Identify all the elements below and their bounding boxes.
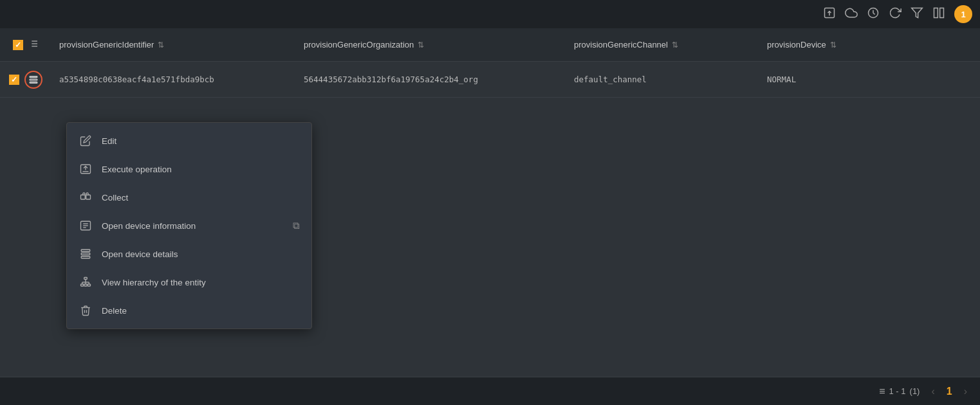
- menu-label-device-info: Open device information: [102, 221, 284, 231]
- svg-rect-13: [30, 79, 37, 80]
- pagination-range: 1 - 1: [889, 386, 906, 396]
- svg-rect-25: [84, 278, 88, 280]
- context-menu: Edit Execute operation Collect Open devi…: [66, 122, 312, 329]
- svg-rect-26: [81, 284, 84, 286]
- columns-icon[interactable]: [932, 6, 945, 22]
- sort-icon-organization: ⇅: [418, 40, 424, 50]
- prev-page-button[interactable]: ‹: [929, 383, 937, 400]
- menu-item-open-device-details[interactable]: Open device details: [67, 240, 311, 268]
- pagination-total: (1): [910, 386, 920, 396]
- device-details-icon: [79, 247, 93, 261]
- context-menu-trigger[interactable]: [24, 71, 42, 89]
- svg-marker-3: [912, 8, 923, 17]
- column-header-organization[interactable]: provisionGenericOrganization ⇅: [296, 40, 566, 50]
- column-header-identifier[interactable]: provisionGenericIdentifier ⇅: [51, 40, 296, 50]
- edit-icon: [79, 134, 93, 148]
- header-checkbox-area: ✓: [0, 39, 51, 51]
- external-link-icon: ⧉: [293, 220, 300, 231]
- notification-button[interactable]: 1: [954, 5, 972, 23]
- menu-item-collect[interactable]: Collect: [67, 183, 311, 212]
- export-icon[interactable]: [823, 6, 836, 22]
- svg-rect-12: [30, 76, 37, 77]
- sort-icon-identifier: ⇅: [158, 40, 164, 50]
- cell-identifier: a5354898c0638eacf4a1e571fbda9bcb: [51, 75, 296, 84]
- svg-rect-28: [88, 284, 91, 286]
- reload-icon[interactable]: [889, 6, 901, 22]
- sort-icon-channel: ⇅: [672, 40, 678, 50]
- row-checkbox-area: ✓: [0, 71, 51, 89]
- svg-rect-23: [81, 253, 90, 255]
- menu-label-delete: Delete: [102, 306, 300, 316]
- table-row: ✓ a5354898c0638eacf4a1e571fbda9bcb 56444…: [0, 62, 980, 98]
- table-header: ✓ provisionGenericIdentifier ⇅ provision…: [0, 28, 980, 62]
- collect-icon: [79, 190, 93, 204]
- menu-item-delete[interactable]: Delete: [67, 296, 311, 325]
- hierarchy-icon: [79, 275, 93, 289]
- menu-label-device-details: Open device details: [102, 249, 300, 259]
- cell-channel: default_channel: [566, 75, 759, 84]
- next-page-button[interactable]: ›: [961, 383, 970, 400]
- menu-item-execute-operation[interactable]: Execute operation: [67, 155, 311, 183]
- schedule-icon[interactable]: [867, 6, 880, 22]
- svg-rect-4: [934, 8, 938, 17]
- pagination-lines-icon: ≡: [879, 386, 885, 397]
- svg-rect-17: [86, 195, 91, 199]
- column-header-channel[interactable]: provisionGenericChannel ⇅: [566, 40, 759, 50]
- menu-item-view-hierarchy[interactable]: View hierarchy of the entity: [67, 268, 311, 296]
- column-header-device[interactable]: provisionDevice ⇅: [759, 40, 980, 50]
- menu-label-execute: Execute operation: [102, 165, 300, 174]
- svg-rect-27: [84, 284, 88, 286]
- svg-rect-14: [30, 82, 37, 83]
- menu-label-collect: Collect: [102, 193, 300, 203]
- menu-item-open-device-info[interactable]: Open device information ⧉: [67, 212, 311, 240]
- top-bar: 1: [0, 0, 980, 28]
- notification-count: 1: [961, 10, 965, 19]
- row-checkbox[interactable]: ✓: [9, 75, 19, 85]
- execute-icon: [79, 162, 93, 176]
- delete-icon: [79, 303, 93, 318]
- current-page: 1: [947, 386, 952, 397]
- cell-device: NORMAL: [759, 75, 980, 84]
- svg-rect-16: [81, 195, 86, 199]
- svg-rect-24: [81, 256, 90, 258]
- svg-rect-22: [81, 249, 90, 251]
- cloud-icon[interactable]: [845, 6, 858, 22]
- column-filter-icon[interactable]: [28, 39, 39, 51]
- cell-organization: 5644435672abb312bf6a19765a24c2b4_org: [296, 75, 566, 84]
- sort-icon-device: ⇅: [830, 40, 837, 50]
- menu-item-edit[interactable]: Edit: [67, 127, 311, 155]
- svg-rect-5: [940, 8, 944, 17]
- menu-label-edit: Edit: [102, 136, 300, 146]
- select-all-checkbox[interactable]: ✓: [13, 40, 23, 50]
- filter-icon[interactable]: [911, 6, 923, 22]
- menu-label-hierarchy: View hierarchy of the entity: [102, 278, 300, 287]
- footer: ≡ 1 - 1 (1) ‹ 1 ›: [0, 377, 980, 405]
- pagination-info: ≡ 1 - 1 (1): [879, 386, 920, 397]
- device-info-icon: [79, 219, 93, 233]
